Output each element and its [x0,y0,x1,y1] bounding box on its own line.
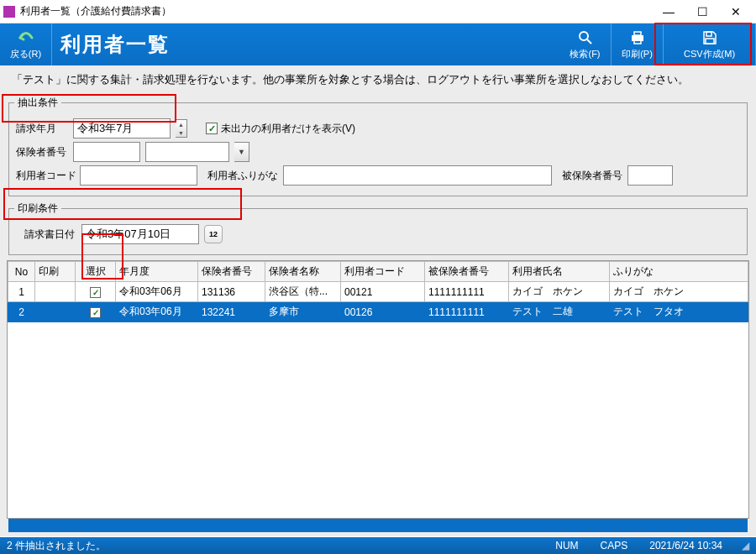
results-table-wrap: No 印刷 選択 年月度 保険者番号 保険者名称 利用者コード 被保険者番号 利… [7,260,749,519]
svg-point-0 [580,32,588,40]
user-code-label: 利用者コード [16,169,75,183]
cell-no: 1 [8,282,35,302]
user-kana-input[interactable] [283,165,552,186]
only-unoutput-label: 未出力の利用者だけを表示(V) [221,122,355,136]
cell-kana: テスト フタオ [610,302,748,322]
titlebar: 利用者一覧（介護給付費請求書） — ☐ ✕ [0,0,756,24]
cell-user-name: テスト 二雄 [509,302,610,322]
cell-user-code: 00121 [341,282,425,302]
close-button[interactable]: ✕ [719,2,753,22]
status-datetime: 2021/6/24 10:34 [644,540,727,551]
insurer-no-label: 保険者番号 [16,145,68,159]
body: 「テスト」に関する集計・請求処理を行ないます。他の事業所を対象とする場合は、ログ… [0,65,756,536]
col-ym[interactable]: 年月度 [116,262,198,282]
bill-date-label: 請求書日付 [24,227,76,242]
window-title: 利用者一覧（介護給付費請求書） [20,4,652,18]
print-conditions: 印刷条件 請求書日付 令和3年07月10日 12 [8,201,748,255]
billing-month-label: 請求年月 [16,122,68,136]
svg-rect-4 [634,39,641,44]
search-label: 検索(F) [570,48,600,60]
col-print[interactable]: 印刷 [35,262,76,282]
user-code-input[interactable] [80,165,197,186]
cell-print [35,282,76,302]
cell-insurer-no: 131136 [198,282,265,302]
col-insurer-no[interactable]: 保険者番号 [198,262,265,282]
back-icon [17,29,35,46]
print-legend: 印刷条件 [14,201,61,216]
svg-rect-5 [706,32,711,36]
cell-insured-no: 1111111111 [425,282,509,302]
cell-print [35,302,76,322]
save-icon [702,29,717,46]
calendar-icon: 12 [209,230,218,238]
extract-legend: 抽出条件 [14,96,61,110]
user-kana-label: 利用者ふりがな [207,169,278,183]
col-user-code[interactable]: 利用者コード [341,262,425,282]
cell-select[interactable]: ✓ [76,302,116,322]
row-checkbox-icon: ✓ [90,307,101,318]
extract-conditions: 抽出条件 請求年月 令和3年7月 ▲▼ ✓ 未出力の利用者だけを表示(V) 保険… [8,96,748,196]
cell-insurer-name: 多摩市 [265,302,341,322]
print-label: 印刷(P) [622,48,653,60]
search-icon [578,29,593,46]
col-user-name[interactable]: 利用者氏名 [509,262,610,282]
cell-select[interactable]: ✓ [76,282,116,302]
row-checkbox-icon: ✓ [90,287,101,298]
svg-rect-6 [706,39,714,44]
printer-icon [629,29,646,46]
statusbar: 2 件抽出されました。 NUM CAPS 2021/6/24 10:34 ◢ [0,537,756,554]
maximize-button[interactable]: ☐ [685,2,719,22]
only-unoutput-checkbox[interactable]: ✓ 未出力の利用者だけを表示(V) [206,122,355,136]
info-text: 「テスト」に関する集計・請求処理を行ないます。他の事業所を対象とする場合は、ログ… [7,69,749,91]
cell-insured-no: 1111111111 [425,302,509,322]
insurer-no-input[interactable] [73,142,140,162]
cell-kana: カイゴ ホケン [610,282,748,302]
table-row[interactable]: 1✓令和03年06月131136渋谷区（特...001211111111111カ… [8,282,748,302]
search-button[interactable]: 検索(F) [559,24,612,65]
horizontal-scrollbar[interactable] [8,519,748,532]
status-num: NUM [550,540,583,551]
resize-grip-icon[interactable]: ◢ [739,540,749,551]
cell-no: 2 [8,302,35,322]
back-button[interactable]: 戻る(R) [0,24,52,65]
table-row[interactable]: 2✓令和03年06月132241多摩市001261111111111テスト 二雄… [8,302,748,322]
col-insurer-name[interactable]: 保険者名称 [265,262,341,282]
csv-export-button[interactable]: CSV作成(M) [664,24,756,65]
svg-line-1 [587,39,591,44]
insurer-dropdown-button[interactable]: ▼ [234,142,249,162]
cell-insurer-no: 132241 [198,302,265,322]
bill-date-input[interactable]: 令和3年07月10日 [81,224,199,244]
col-kana[interactable]: ふりがな [610,262,748,282]
status-message: 2 件抽出されました。 [7,539,538,553]
checkbox-icon: ✓ [206,123,218,134]
back-label: 戻る(R) [10,48,41,60]
minimize-button[interactable]: — [652,2,685,22]
insurer-name-input[interactable] [145,142,229,162]
cell-ym: 令和03年06月 [116,282,198,302]
table-header-row: No 印刷 選択 年月度 保険者番号 保険者名称 利用者コード 被保険者番号 利… [8,262,748,282]
col-insured-no[interactable]: 被保険者番号 [425,262,509,282]
page-title: 利用者一覧 [52,24,559,65]
print-button[interactable]: 印刷(P) [612,24,664,65]
status-caps: CAPS [596,540,633,551]
app-icon [3,6,15,18]
toolbar: 戻る(R) 利用者一覧 検索(F) 印刷(P) CSV作成(M) [0,24,756,65]
cell-insurer-name: 渋谷区（特... [265,282,341,302]
insured-no-input[interactable] [627,165,673,186]
cell-ym: 令和03年06月 [116,302,198,322]
csv-label: CSV作成(M) [684,48,735,60]
col-select[interactable]: 選択 [76,262,116,282]
svg-rect-2 [632,35,643,41]
billing-month-input[interactable]: 令和3年7月 [73,118,171,138]
cell-user-code: 00126 [341,302,425,322]
insured-no-label: 被保険者番号 [562,169,622,183]
cell-user-name: カイゴ ホケン [509,282,610,302]
billing-month-spinner[interactable]: ▲▼ [176,119,187,138]
svg-rect-3 [634,32,641,35]
results-table: No 印刷 選択 年月度 保険者番号 保険者名称 利用者コード 被保険者番号 利… [8,261,748,322]
col-no[interactable]: No [8,262,35,282]
calendar-button[interactable]: 12 [204,225,223,243]
